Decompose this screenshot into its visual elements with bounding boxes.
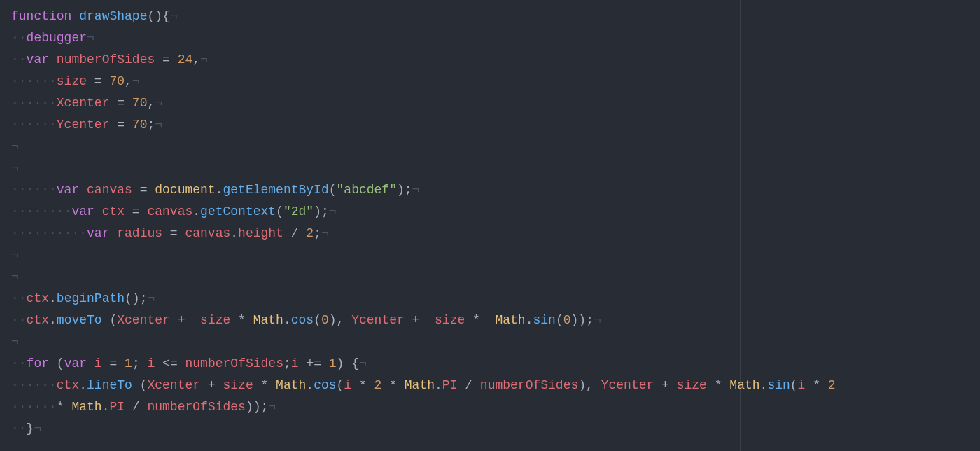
token-ret: ¬ xyxy=(11,161,19,175)
token-punct: . xyxy=(230,226,238,240)
token-punct: } xyxy=(27,422,34,436)
token-punct: . xyxy=(102,400,110,414)
token-punct xyxy=(94,204,102,218)
token-punct: ( xyxy=(314,313,321,327)
token-num: 0 xyxy=(564,313,571,327)
token-obj: document xyxy=(155,183,215,197)
token-punct xyxy=(109,226,117,240)
token-punct: + xyxy=(170,313,200,327)
token-ret: ¬ xyxy=(321,226,329,240)
code-line[interactable]: ¬ xyxy=(11,244,969,266)
token-punct xyxy=(79,183,87,197)
code-line[interactable]: ······* Math.PI / numberOfSides));¬ xyxy=(11,396,969,418)
token-punct: ( xyxy=(329,183,337,197)
token-ws: ······ xyxy=(11,183,57,197)
token-ret: ¬ xyxy=(412,183,420,197)
token-punct: ( xyxy=(790,378,798,392)
token-var: i xyxy=(344,378,351,392)
code-editor[interactable]: function drawShape(){¬··debugger¬··var n… xyxy=(0,0,980,445)
token-str: "2d" xyxy=(284,204,314,218)
token-ws: ······ xyxy=(11,74,57,88)
token-var: height xyxy=(238,226,284,240)
code-line[interactable]: ··}¬ xyxy=(11,418,969,440)
token-punct: (); xyxy=(125,291,147,305)
token-ret: ¬ xyxy=(594,313,601,327)
code-line[interactable]: ······Xcenter = 70,¬ xyxy=(11,92,969,114)
token-ws: ·· xyxy=(11,313,27,327)
token-ws: ······ xyxy=(11,118,57,132)
token-var: i xyxy=(798,378,806,392)
token-str: "abcdef" xyxy=(337,183,397,197)
code-line[interactable]: function drawShape(){¬ xyxy=(11,6,969,27)
token-obj: Math xyxy=(253,313,284,327)
token-punct: = xyxy=(162,226,185,240)
token-punct: ; xyxy=(314,226,321,240)
code-line[interactable]: ¬ xyxy=(11,331,969,353)
token-obj: Math xyxy=(276,378,306,392)
token-num: 24 xyxy=(178,53,193,67)
token-ret: ¬ xyxy=(268,400,276,414)
token-kw: var xyxy=(57,183,79,197)
token-num: 2 xyxy=(374,378,382,392)
token-ws: ······ xyxy=(11,378,57,392)
token-punct: . xyxy=(760,378,768,392)
code-line[interactable]: ··var numberOfSides = 24,¬ xyxy=(11,49,969,71)
token-punct xyxy=(87,356,94,370)
code-line[interactable]: ··debugger¬ xyxy=(11,27,969,49)
token-punct: ( xyxy=(102,313,118,327)
token-kw: var xyxy=(87,226,109,240)
token-punct: , xyxy=(147,96,155,110)
token-fn: getElementById xyxy=(223,183,328,197)
token-var: PI xyxy=(442,378,458,392)
code-line[interactable]: ¬ xyxy=(11,136,969,158)
token-var: radius xyxy=(117,226,162,240)
token-ret: ¬ xyxy=(87,31,94,45)
code-line[interactable]: ········var ctx = canvas.getContext("2d"… xyxy=(11,201,969,223)
token-punct: * xyxy=(465,313,495,327)
token-ret: ¬ xyxy=(329,204,337,218)
token-var: numberOfSides xyxy=(186,356,284,370)
token-punct: . xyxy=(306,378,314,392)
token-punct: * xyxy=(253,378,276,392)
token-punct: <= xyxy=(155,356,185,370)
token-ws: ·· xyxy=(11,291,27,305)
token-kw: function xyxy=(11,9,71,23)
token-punct: = xyxy=(155,53,177,67)
token-fn: lineTo xyxy=(87,378,132,392)
token-var: canvas xyxy=(147,204,192,218)
code-line[interactable]: ······ctx.lineTo (Xcenter + size * Math.… xyxy=(11,375,969,396)
code-line[interactable]: ··ctx.moveTo (Xcenter + size * Math.cos(… xyxy=(11,310,969,331)
token-obj: Math xyxy=(495,313,525,327)
code-line[interactable]: ··ctx.beginPath();¬ xyxy=(11,288,969,310)
token-punct: = xyxy=(132,183,155,197)
token-punct: * xyxy=(382,378,404,392)
token-ws: ······ xyxy=(11,96,57,110)
token-ws: ·· xyxy=(11,356,27,370)
token-punct: (){ xyxy=(147,9,169,23)
token-punct: + xyxy=(654,378,676,392)
token-fn: sin xyxy=(533,313,556,327)
token-fn: sin xyxy=(767,378,790,392)
token-kw: var xyxy=(27,53,49,67)
token-ret: ¬ xyxy=(11,248,19,262)
code-line[interactable]: ¬ xyxy=(11,158,969,179)
token-var: size xyxy=(677,378,707,392)
token-ret: ¬ xyxy=(200,53,208,67)
code-line[interactable]: ······size = 70,¬ xyxy=(11,71,969,92)
token-punct: ) { xyxy=(337,356,359,370)
code-line[interactable]: ······Ycenter = 70;¬ xyxy=(11,114,969,136)
token-punct: . xyxy=(79,378,87,392)
token-obj: Math xyxy=(405,378,435,392)
code-line[interactable]: ··for (var i = 1; i <= numberOfSides;i +… xyxy=(11,353,969,375)
token-punct: . xyxy=(284,313,291,327)
token-punct xyxy=(49,53,57,67)
token-punct: = xyxy=(87,74,109,88)
code-line[interactable]: ······var canvas = document.getElementBy… xyxy=(11,179,969,201)
code-line[interactable]: ¬ xyxy=(11,266,969,288)
token-ret: ¬ xyxy=(11,139,19,153)
token-punct: ; xyxy=(147,118,155,132)
token-punct: ( xyxy=(337,378,344,392)
token-punct: . xyxy=(526,313,533,327)
code-line[interactable]: ··········var radius = canvas.height / 2… xyxy=(11,223,969,244)
token-ws: ······ xyxy=(11,400,57,414)
